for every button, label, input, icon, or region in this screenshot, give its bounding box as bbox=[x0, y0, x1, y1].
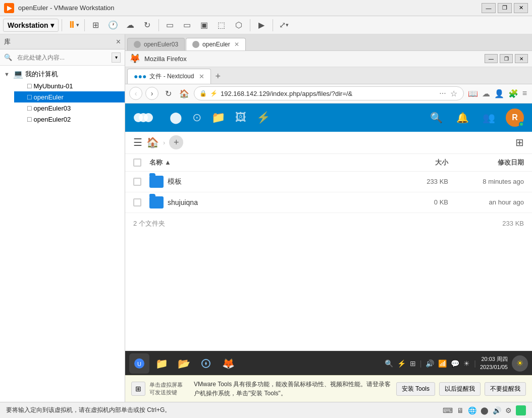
nc-row-checkbox-0[interactable] bbox=[133, 178, 141, 186]
browser-close-button[interactable]: ✕ bbox=[515, 54, 528, 63]
nc-th-size[interactable]: 大小 bbox=[398, 158, 448, 167]
uos-icon: U bbox=[133, 357, 145, 370]
status-keyboard-icon[interactable]: ⌨ bbox=[443, 406, 453, 414]
bookmark-button[interactable]: ☆ bbox=[449, 88, 458, 99]
taskbar-firefox-button[interactable]: 🦊 bbox=[218, 353, 238, 374]
nc-row-check-1[interactable] bbox=[133, 198, 149, 206]
taskbar-clock[interactable]: 20:03 周四 2023/01/05 bbox=[480, 355, 508, 371]
browser-maximize-button[interactable]: ❐ bbox=[500, 54, 513, 63]
status-audio-icon[interactable]: 🔊 bbox=[493, 406, 501, 414]
vm-myubuntu01[interactable]: □ MyUbuntu-01 bbox=[14, 80, 125, 91]
suspend-button[interactable]: ☁ bbox=[122, 18, 138, 32]
taskbar-chat-icon[interactable]: 💬 bbox=[451, 359, 459, 368]
install-tools-button[interactable]: 安装 Tools bbox=[396, 382, 435, 396]
view-btn-1[interactable]: ▭ bbox=[162, 18, 178, 32]
maximize-button[interactable]: ❐ bbox=[498, 3, 512, 13]
taskbar-settings-button[interactable] bbox=[196, 353, 216, 374]
power-button[interactable]: ↻ bbox=[139, 18, 155, 32]
nc-th-date[interactable]: 修改日期 bbox=[448, 158, 524, 167]
status-bar-text: 要将输入定向到该虚拟机，请在虚拟机内部单击或按 Ctrl+G。 bbox=[6, 406, 439, 414]
nc-file-row-0[interactable]: 模板 ⤴ ··· 233 KB 8 minutes ago bbox=[125, 172, 532, 192]
search-dropdown-button[interactable]: ▾ bbox=[112, 53, 121, 63]
address-more-button[interactable]: ··· bbox=[438, 88, 447, 99]
vm-openeuler[interactable]: □ openEuler bbox=[14, 91, 125, 102]
nc-activity-icon[interactable]: ⊙ bbox=[192, 111, 201, 124]
taskbar-brightness-icon[interactable]: ☀ bbox=[463, 359, 470, 368]
nc-home-breadcrumb[interactable]: 🏠 bbox=[146, 136, 159, 148]
pause-button[interactable]: ⏸ ▾ bbox=[65, 18, 81, 32]
vm-openeuler03[interactable]: □ openEuler03 bbox=[14, 102, 125, 114]
taskbar-network-icon[interactable]: 📶 bbox=[438, 359, 447, 368]
workstation-menu[interactable]: Workstation ▾ bbox=[3, 19, 59, 32]
back-button[interactable]: ‹ bbox=[129, 87, 142, 100]
view-btn-3[interactable]: ▣ bbox=[196, 18, 212, 32]
taskbar-uos-button[interactable]: U bbox=[129, 353, 149, 374]
display-button[interactable]: ⊞ bbox=[88, 18, 104, 32]
nc-share-button-1[interactable]: ⤴ bbox=[357, 198, 361, 206]
taskbar-search-icon[interactable]: 🔍 bbox=[385, 359, 393, 368]
reading-mode-icon[interactable]: 📖 bbox=[467, 88, 479, 99]
nc-search-button[interactable]: 🔍 bbox=[427, 109, 445, 127]
sidebar-close-button[interactable]: × bbox=[116, 37, 121, 46]
nc-user-avatar[interactable]: R bbox=[506, 109, 524, 127]
home-button[interactable]: 🏠 bbox=[178, 87, 191, 100]
status-usb-icon[interactable]: ⬤ bbox=[481, 406, 489, 414]
account-icon[interactable]: 👤 bbox=[493, 88, 505, 99]
status-display-icon[interactable]: 🖥 bbox=[457, 406, 464, 414]
tree-item-my-computer[interactable]: ▼ 💻 我的计算机 bbox=[0, 68, 125, 80]
nc-files-icon[interactable]: 📁 bbox=[211, 111, 225, 124]
nc-th-name[interactable]: 名称 ▲ bbox=[149, 158, 398, 167]
browser-tab-close-button[interactable]: ✕ bbox=[199, 73, 204, 80]
close-button[interactable]: ✕ bbox=[514, 3, 528, 13]
forward-button[interactable]: › bbox=[145, 87, 158, 100]
nc-new-folder-button[interactable]: + bbox=[169, 135, 183, 149]
extensions-icon[interactable]: 🧩 bbox=[507, 88, 519, 99]
nc-file-row-1[interactable]: shujuiqna ⤴ ··· 0 KB an hour ago bbox=[125, 192, 532, 213]
taskbar-files-button[interactable]: 📁 bbox=[151, 353, 172, 374]
vm-tab-icon-2 bbox=[192, 41, 199, 48]
nc-nav-menu-button[interactable]: ☰ bbox=[133, 136, 142, 148]
view-btn-2[interactable]: ▭ bbox=[179, 18, 195, 32]
vmware-tab-openeuler03[interactable]: openEuler03 bbox=[127, 38, 185, 50]
snapshot-button[interactable]: 🕐 bbox=[105, 18, 121, 32]
remind-later-button[interactable]: 以后提醒我 bbox=[439, 382, 481, 396]
status-network-icon[interactable]: 🌐 bbox=[468, 406, 476, 414]
never-remind-button[interactable]: 不要提醒我 bbox=[485, 382, 526, 396]
nc-more-button-1[interactable]: ··· bbox=[363, 198, 369, 206]
minimize-button[interactable]: — bbox=[482, 3, 496, 13]
taskbar-filemanager-button[interactable]: 📂 bbox=[174, 353, 194, 374]
nc-activity2-icon[interactable]: ⚡ bbox=[256, 111, 270, 124]
browser-minimize-button[interactable]: — bbox=[485, 54, 498, 63]
vm-openeuler02[interactable]: □ openEuler02 bbox=[14, 114, 125, 125]
taskbar-bluetooth-icon[interactable]: ⚡ bbox=[397, 359, 406, 368]
browser-tab-nextcloud[interactable]: ●●● 文件 - Nextcloud ✕ bbox=[127, 69, 211, 84]
nc-file-size-1: 0 KB bbox=[398, 198, 448, 206]
terminal-button[interactable]: ▶ bbox=[253, 18, 270, 32]
vmware-tab-openeuler[interactable]: openEuler ✕ bbox=[186, 38, 246, 50]
new-tab-button[interactable]: + bbox=[211, 69, 225, 84]
fullscreen-button[interactable]: ⤢ ▾ bbox=[276, 18, 292, 32]
nc-row-checkbox-1[interactable] bbox=[133, 198, 141, 206]
nc-photos-icon[interactable]: 🖼 bbox=[235, 111, 246, 124]
nc-view-toggle-button[interactable]: ⊞ bbox=[515, 136, 524, 148]
nc-more-button-0[interactable]: ··· bbox=[363, 178, 369, 186]
sync-icon[interactable]: ☁ bbox=[481, 88, 491, 99]
status-settings-icon[interactable]: ⚙ bbox=[505, 406, 512, 414]
vmware-side-text-2: 可发送按键 bbox=[149, 389, 190, 396]
taskbar-apps-icon[interactable]: ⊞ bbox=[410, 359, 416, 368]
nc-dashboard-icon[interactable]: ⬤ bbox=[170, 111, 182, 124]
search-input[interactable] bbox=[14, 53, 110, 62]
nc-contacts-button[interactable]: 👥 bbox=[480, 109, 498, 127]
nc-row-check-0[interactable] bbox=[133, 178, 149, 186]
address-input[interactable] bbox=[221, 90, 435, 97]
view-btn-5[interactable]: ⬡ bbox=[231, 18, 247, 32]
reload-button[interactable]: ↻ bbox=[162, 87, 175, 100]
menu-icon[interactable]: ≡ bbox=[521, 88, 528, 99]
nc-select-all-checkbox[interactable] bbox=[133, 159, 141, 167]
view-btn-4[interactable]: ⬚ bbox=[214, 18, 230, 32]
nc-notifications-button[interactable]: 🔔 bbox=[453, 109, 471, 127]
taskbar-theme-button[interactable]: ☀ bbox=[512, 355, 528, 372]
taskbar-volume-icon[interactable]: 🔊 bbox=[425, 359, 434, 368]
vmware-tab-close-button[interactable]: ✕ bbox=[234, 41, 239, 48]
nc-share-button-0[interactable]: ⤴ bbox=[357, 178, 361, 186]
